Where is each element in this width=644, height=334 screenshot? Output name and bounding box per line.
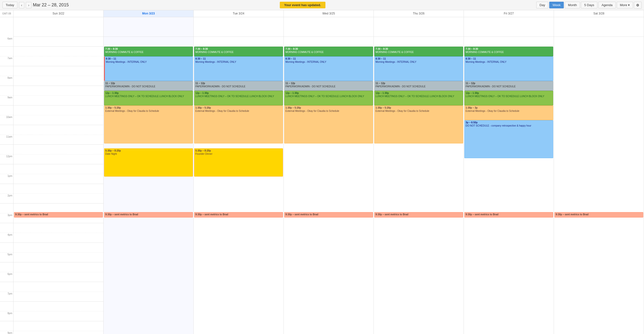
event-tue-lunch[interactable]: 12p – 1:30p LUNCH MEETINGS ONLY – OK TO … <box>194 91 283 105</box>
day-header-sun: Sun 3/22 <box>14 10 104 17</box>
time-6am: 6am <box>0 37 13 47</box>
day-header-sat: Sat 3/28 <box>554 10 644 17</box>
event-sat-metrics[interactable]: 9:30p – sent metrics to Brad <box>554 212 643 218</box>
view-more-button[interactable]: More ▾ <box>617 2 633 8</box>
day-column-wed: 7:30 – 8:30 MORNING COMMUTE & COFFEE 8:3… <box>284 17 374 334</box>
event-tue-founder[interactable]: 5:30p – 8:20p Founder Dinner <box>194 148 283 177</box>
time-10am: 10am <box>0 115 13 125</box>
time-8am: 8am <box>0 76 13 86</box>
time-9pm: 9pm <box>0 331 13 334</box>
event-tue-commute[interactable]: 7:30 – 8:30 MORNING COMMUTE & COFFEE <box>194 47 283 56</box>
time-7am: 7am <box>0 56 13 66</box>
time-930 <box>0 105 13 115</box>
day-column-sat: 9:30p – sent metrics to Brad <box>554 17 644 334</box>
gmt-label: GMT-08 <box>0 10 14 17</box>
time-530 <box>0 262 13 272</box>
day-header-thu: Thu 3/26 <box>374 10 464 17</box>
event-tue-paperwork[interactable]: 11 – 12p PAPERWORK/ADMIN - DO NOT SCHEDU… <box>194 81 283 91</box>
toast-area: Your event has updated. <box>69 2 536 8</box>
day-header-fri: Fri 3/27 <box>464 10 554 17</box>
event-wed-commute[interactable]: 7:30 – 8:30 MORNING COMMUTE & COFFEE <box>284 47 373 56</box>
time-1030 <box>0 125 13 135</box>
day-header-tue: Tue 3/24 <box>194 10 284 17</box>
day-column-fri: 7:30 – 8:30 MORNING COMMUTE & COFFEE 8:3… <box>464 17 554 334</box>
event-fri-retro[interactable]: 3p – 6:50p DO NOT SCHEDULE - company ret… <box>464 120 553 158</box>
toast-message: Your event has updated. <box>280 2 326 8</box>
day-column-tue: 7:30 – 8:30 MORNING COMMUTE & COFFEE 8:3… <box>194 17 284 334</box>
event-mon-meetings[interactable]: 8:30 – 11 Morning Meetings - INTERNAL ON… <box>104 56 193 81</box>
time-1230 <box>0 164 13 174</box>
event-sun-metrics[interactable]: 9:30p – sent metrics to Brad <box>14 212 103 218</box>
event-fri-commute[interactable]: 7:30 – 8:30 MORNING COMMUTE & COFFEE <box>464 47 553 56</box>
event-tue-external[interactable]: 1:30p – 5:20p External Meetings - Okay f… <box>194 105 283 143</box>
day-header-row: GMT-08 Sun 3/22 Mon 3/23 Tue 3/24 Wed 3/… <box>0 10 644 17</box>
event-fri-paperwork[interactable]: 11 – 12p PAPERWORK/ADMIN - DO NOT SCHEDU… <box>464 81 553 91</box>
event-fri-meetings[interactable]: 8:30 – 11 Morning Meetings - INTERNAL ON… <box>464 56 553 81</box>
day-header-wed: Wed 3/25 <box>284 10 374 17</box>
event-wed-paperwork[interactable]: 11 – 12p PAPERWORK/ADMIN - DO NOT SCHEDU… <box>284 81 373 91</box>
event-tue-meetings[interactable]: 8:30 – 11 Morning Meetings - INTERNAL ON… <box>194 56 283 81</box>
top-bar: Today ‹ › Mar 22 – 28, 2015 Your event h… <box>0 0 644 10</box>
view-controls: Day Week Month 5 Days Agenda More ▾ ⚙ <box>536 2 642 8</box>
event-mon-lunch[interactable]: 12p – 1:30p LUNCH MEETINGS ONLY – OK TO … <box>104 91 193 105</box>
event-thu-paperwork[interactable]: 11 – 12p PAPERWORK/ADMIN - DO NOT SCHEDU… <box>374 81 463 91</box>
event-thu-commute[interactable]: 7:30 – 8:30 MORNING COMMUTE & COFFEE <box>374 47 463 56</box>
view-week-button[interactable]: Week <box>549 2 564 8</box>
time-830 <box>0 86 13 96</box>
event-wed-meetings[interactable]: 8:30 – 11 Morning Meetings - INTERNAL ON… <box>284 56 373 81</box>
calendar-body: 6am 7am 8am 9am 10am 11am 12pm 1pm 2pm 3… <box>0 17 644 334</box>
day-column-sun: 9:30p – sent metrics to Brad <box>14 17 104 334</box>
view-day-button[interactable]: Day <box>536 2 548 8</box>
next-button[interactable]: › <box>26 2 32 8</box>
time-6pm: 6pm <box>0 272 13 282</box>
sun-bg <box>14 37 103 334</box>
days-grid: 9:30p – sent metrics to Brad 7:30 – 8:30… <box>14 17 644 334</box>
event-mon-paperwork[interactable]: 11 – 12p PAPERWORK/ADMIN - DO NOT SCHEDU… <box>104 81 193 91</box>
time-12pm: 12pm <box>0 154 13 164</box>
event-thu-external[interactable]: 1:30p – 5:20p External Meetings - Okay f… <box>374 105 463 143</box>
time-3pm: 3pm <box>0 213 13 223</box>
event-fri-metrics[interactable]: 9:30p – sent metrics to Brad <box>464 212 553 218</box>
time-7pm: 7pm <box>0 292 13 302</box>
event-fri-external[interactable]: 1:30p – 3p External Meetings - Okay for … <box>464 105 553 120</box>
time-430 <box>0 243 13 253</box>
time-230 <box>0 204 13 213</box>
event-tue-metrics[interactable]: 9:30p – sent metrics to Brad <box>194 212 283 218</box>
time-5pm: 5pm <box>0 253 13 262</box>
event-wed-lunch[interactable]: 12p – 1:30p LUNCH MEETINGS ONLY – OK TO … <box>284 91 373 105</box>
time-1130 <box>0 145 13 154</box>
event-mon-date[interactable]: 5:30p – 8:20p Date Night <box>104 148 193 177</box>
event-wed-metrics[interactable]: 9:30p – sent metrics to Brad <box>284 212 373 218</box>
event-mon-commute[interactable]: 7:30 – 8:30 MORNING COMMUTE & COFFEE <box>104 47 193 56</box>
time-130 <box>0 184 13 194</box>
nav-controls: Today ‹ › Mar 22 – 28, 2015 <box>2 2 69 8</box>
time-1pm: 1pm <box>0 174 13 184</box>
time-730pm <box>0 302 13 312</box>
event-fri-lunch[interactable]: 12p – 1:30p LUNCH MEETINGS ONLY – OK TO … <box>464 91 553 105</box>
event-mon-metrics[interactable]: 9:30p – sent metrics to Brad <box>104 212 193 218</box>
time-730 <box>0 66 13 76</box>
settings-button[interactable]: ⚙ <box>634 2 642 8</box>
day-column-mon: 7:30 – 8:30 MORNING COMMUTE & COFFEE 8:3… <box>104 17 194 334</box>
time-630 <box>0 47 13 56</box>
view-5days-button[interactable]: 5 Days <box>581 2 597 8</box>
time-11am: 11am <box>0 135 13 145</box>
time-9am: 9am <box>0 96 13 105</box>
event-mon-external[interactable]: 1:30p – 5:20p External Meetings - Okay f… <box>104 105 193 143</box>
time-330 <box>0 223 13 233</box>
time-630pm <box>0 282 13 292</box>
today-button[interactable]: Today <box>2 2 18 8</box>
date-range: Mar 22 – 28, 2015 <box>33 2 69 7</box>
time-8pm: 8pm <box>0 312 13 321</box>
time-830pm <box>0 321 13 331</box>
event-thu-meetings[interactable]: 8:30 – 11 Morning Meetings - INTERNAL ON… <box>374 56 463 81</box>
event-wed-external[interactable]: 1:30p – 5:20p External Meetings - Okay f… <box>284 105 373 143</box>
prev-button[interactable]: ‹ <box>19 2 24 8</box>
view-month-button[interactable]: Month <box>565 2 580 8</box>
event-thu-metrics[interactable]: 9:30p – sent metrics to Brad <box>374 212 463 218</box>
calendar-container: GMT-08 Sun 3/22 Mon 3/23 Tue 3/24 Wed 3/… <box>0 10 644 334</box>
view-agenda-button[interactable]: Agenda <box>598 2 616 8</box>
event-thu-lunch[interactable]: 12p – 1:30p LUNCH MEETINGS ONLY – OK TO … <box>374 91 463 105</box>
day-column-thu: 7:30 – 8:30 MORNING COMMUTE & COFFEE 8:3… <box>374 17 464 334</box>
time-4pm: 4pm <box>0 233 13 243</box>
